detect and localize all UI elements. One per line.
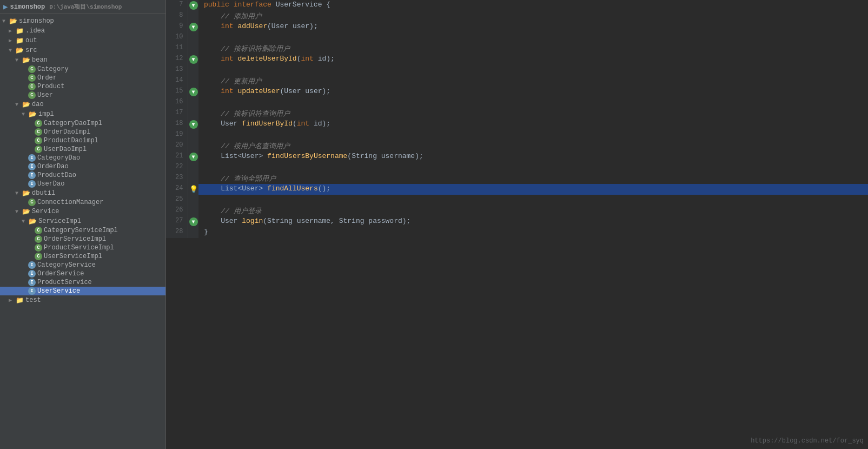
class-icon: C: [35, 227, 42, 234]
tree-item-label: test: [25, 296, 41, 304]
gutter-cell: ▼: [188, 216, 198, 227]
tree-item-impl[interactable]: 📂impl: [0, 109, 165, 119]
tree-item-label: User: [37, 91, 53, 99]
run-icon[interactable]: ▼: [189, 55, 198, 64]
project-path: D:\java项目\simonshop: [49, 3, 122, 11]
tree-item-label: UserService: [37, 287, 80, 295]
line-number: 11: [166, 43, 188, 54]
class-icon: C: [28, 83, 36, 90]
class-icon: C: [35, 128, 42, 136]
class-icon: C: [35, 146, 42, 153]
tree-item-label: .idea: [25, 27, 45, 35]
gutter-cell: ▼: [188, 0, 198, 11]
gutter-cell: ▼: [188, 54, 198, 65]
code-line: 21▼ List<User> findUsersByUsername(Strin…: [166, 151, 868, 162]
tree-item-CategoryServiceImpl[interactable]: CCategoryServiceImpl: [0, 226, 165, 235]
code-content: [198, 65, 868, 76]
run-icon[interactable]: ▼: [189, 217, 198, 226]
line-number: 19: [166, 130, 188, 141]
tree-item-UserServiceImpl[interactable]: CUserServiceImpl: [0, 252, 165, 261]
code-line: 15▼ int updateUser(User user);: [166, 87, 868, 97]
class-icon: C: [28, 199, 36, 206]
code-line: 18▼ User findUserById(int id);: [166, 119, 868, 130]
tree-item-ConnectionManager[interactable]: CConnectionManager: [0, 198, 165, 207]
gutter-cell: 💡: [188, 184, 198, 195]
class-icon: C: [28, 74, 36, 82]
run-icon[interactable]: ▼: [189, 88, 198, 96]
code-table: 7▼public interface UserService {8 // 添加用…: [166, 0, 868, 238]
gutter-cell: [188, 108, 198, 119]
file-tree-sidebar[interactable]: ▶ simonshop D:\java项目\simonshop 📂simonsh…: [0, 0, 166, 449]
gutter-cell: [188, 43, 198, 54]
tree-item-UserService[interactable]: IUserService: [0, 287, 165, 295]
tree-item-ServiceImpl[interactable]: 📂ServiceImpl: [0, 216, 165, 226]
bulb-icon[interactable]: 💡: [189, 185, 198, 194]
project-title: simonshop: [10, 3, 45, 11]
tree-item-CategoryDaoImpl[interactable]: CCategoryDaoImpl: [0, 119, 165, 128]
tree-item-label: OrderDaoImpl: [44, 128, 90, 136]
tree-item-label: simonshop: [19, 17, 54, 25]
tree-item-CategoryService[interactable]: ICategoryService: [0, 261, 165, 269]
code-line: 25: [166, 195, 868, 206]
tree-item-test[interactable]: 📁test: [0, 295, 165, 305]
interface-icon: I: [28, 171, 36, 179]
interface-icon: I: [28, 287, 36, 295]
tree-item-UserDao[interactable]: IUserDao: [0, 180, 165, 188]
tree-item-CategoryDao[interactable]: ICategoryDao: [0, 154, 165, 162]
tree-item-UserDaoImpl[interactable]: CUserDaoImpl: [0, 145, 165, 154]
tree-item-Product[interactable]: CProduct: [0, 82, 165, 91]
code-line: 13: [166, 65, 868, 76]
tree-item-Order[interactable]: COrder: [0, 74, 165, 82]
line-number: 25: [166, 195, 188, 206]
line-number: 28: [166, 227, 188, 238]
code-content: User findUserById(int id);: [198, 119, 868, 130]
code-line: 24💡 List<User> findAllUsers();: [166, 184, 868, 195]
tree-item-ProductDaoimpl[interactable]: CProductDaoimpl: [0, 136, 165, 145]
tree-item-Category[interactable]: CCategory: [0, 65, 165, 74]
tree-item-out[interactable]: 📁out: [0, 36, 165, 45]
tree-item-User[interactable]: CUser: [0, 91, 165, 100]
code-content: int addUser(User user);: [198, 22, 868, 32]
run-icon[interactable]: ▼: [189, 1, 198, 10]
tree-item-dao[interactable]: 📂dao: [0, 100, 165, 109]
tree-item-bean[interactable]: 📂bean: [0, 55, 165, 65]
tree-item-label: Product: [37, 83, 64, 90]
code-line: 11 // 按标识符删除用户: [166, 43, 868, 54]
class-icon: C: [28, 65, 36, 73]
gutter-cell: [188, 65, 198, 76]
tree-item-label: ProductDaoimpl: [44, 137, 98, 144]
run-icon[interactable]: ▼: [189, 23, 198, 31]
tree-item-OrderServiceImpl[interactable]: COrderServiceImpl: [0, 235, 165, 243]
code-content: [198, 162, 868, 173]
run-icon[interactable]: ▼: [189, 153, 198, 161]
tree-item-src[interactable]: 📂src: [0, 45, 165, 55]
tree-item-ProductServiceImpl[interactable]: CProductServiceImpl: [0, 243, 165, 252]
gutter-cell: ▼: [188, 119, 198, 130]
code-line: 14 // 更新用户: [166, 76, 868, 87]
tree-item-idea[interactable]: 📁.idea: [0, 26, 165, 36]
gutter-cell: [188, 130, 198, 141]
tree-item-OrderDao[interactable]: IOrderDao: [0, 162, 165, 171]
tree-item-label: ServiceImpl: [38, 217, 81, 225]
tree-item-simonshop[interactable]: 📂simonshop: [0, 16, 165, 26]
gutter-cell: [188, 206, 198, 216]
tree-item-dbutil[interactable]: 📂dbutil: [0, 188, 165, 198]
file-tree: 📂simonshop📁.idea📁out📂src📂bean CCategory …: [0, 14, 165, 307]
code-content: public interface UserService {: [198, 0, 868, 11]
tree-item-label: CategoryDao: [37, 154, 80, 162]
tree-item-OrderService[interactable]: IOrderService: [0, 269, 165, 278]
tree-item-label: UserServiceImpl: [44, 253, 102, 260]
class-icon: C: [28, 91, 36, 99]
project-icon: ▶: [3, 2, 8, 11]
code-line: 20 // 按用户名查询用户: [166, 141, 868, 151]
tree-item-OrderDaoImpl[interactable]: COrderDaoImpl: [0, 128, 165, 136]
tree-item-ProductService[interactable]: IProductService: [0, 278, 165, 287]
tree-item-label: impl: [38, 110, 54, 118]
tree-item-ProductDao[interactable]: IProductDao: [0, 171, 165, 180]
code-content: int updateUser(User user);: [198, 87, 868, 97]
run-icon[interactable]: ▼: [189, 120, 198, 129]
code-content: // 按用户名查询用户: [198, 141, 868, 151]
code-content: [198, 32, 868, 43]
tree-item-Service[interactable]: 📂Service: [0, 207, 165, 216]
code-line: 22: [166, 162, 868, 173]
